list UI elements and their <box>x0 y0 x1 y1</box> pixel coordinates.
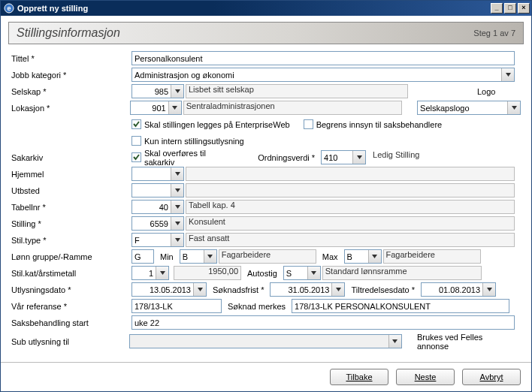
label-stilling: Stilling * <box>11 219 131 228</box>
selskap-name: Lisbet sitt selskap <box>186 84 408 98</box>
cb-sakarkiv[interactable]: Skal overføres til sakarkiv <box>131 149 238 167</box>
chevron-down-icon <box>156 267 168 279</box>
label-selskap: Selskap * <box>11 87 131 96</box>
soknadmerkes-input[interactable] <box>292 299 509 313</box>
label-saksbeh: Saksbehandling start <box>11 318 131 327</box>
utbsted-desc <box>186 183 515 198</box>
autostig-desc: Standard lønnsramme <box>322 266 482 280</box>
stilkat-select[interactable]: 1 <box>131 266 169 280</box>
jobbkategori-select[interactable]: Administrasjon og økonomi <box>131 68 515 82</box>
autostig-select[interactable]: S <box>283 266 321 280</box>
tiltredelsesdato-date[interactable]: 01.08.2013 <box>421 282 496 297</box>
stilkat-tall: 1950,00 <box>174 266 241 280</box>
label-varref: Vår referanse * <box>11 302 131 311</box>
saksbeh-input[interactable] <box>131 315 515 330</box>
maximize-button[interactable]: □ <box>504 3 516 14</box>
minimize-button[interactable]: _ <box>491 3 503 14</box>
window-title: Opprett ny stilling <box>17 4 491 13</box>
label-max: Max <box>316 252 344 261</box>
chevron-down-icon <box>171 184 183 197</box>
avbryt-button[interactable]: Avbryt <box>462 369 521 385</box>
ordningsverdi-desc: Ledig Stilling <box>370 150 521 164</box>
close-button[interactable]: × <box>518 3 530 14</box>
utlysningsdato-date[interactable]: 13.05.2013 <box>131 282 207 297</box>
stilling-select[interactable]: 6559 <box>131 216 184 231</box>
lonn-g-field[interactable]: G <box>131 249 154 264</box>
selskap-id-select[interactable]: 985 <box>131 84 184 98</box>
cb-enterpriseweb[interactable]: Skal stillingen legges på EnterpriseWeb <box>131 119 290 129</box>
soknadsfrist-date[interactable]: 31.05.2013 <box>270 282 345 297</box>
titlebar: e Opprett ny stilling _ □ × <box>1 1 531 16</box>
label-sakarkiv: Sakarkiv <box>11 153 131 162</box>
hjemmel-desc <box>186 167 515 181</box>
label-subut: Sub utlysning til <box>11 337 129 346</box>
tabellnr-select[interactable]: 40 <box>131 200 184 214</box>
lonn-min-desc: Fagarbeidere <box>219 249 316 264</box>
ordningsverdi-select[interactable]: 410 <box>321 150 366 164</box>
tittel-input[interactable] <box>131 51 515 65</box>
label-ordningsverdi: Ordningsverdi * <box>252 153 321 162</box>
svg-text:e: e <box>7 5 11 12</box>
subut-select[interactable] <box>129 334 402 348</box>
chevron-down-icon <box>352 151 365 164</box>
footer: Tilbake Neste Avbryt <box>1 362 531 391</box>
label-lonn: Lønn gruppe/-Ramme <box>11 252 131 261</box>
step-indicator: Steg 1 av 7 <box>473 29 515 38</box>
label-tiltredelsesdato: Tiltredelsesdato * <box>345 285 421 294</box>
app-icon: e <box>4 3 14 14</box>
label-utbsted: Utbsted <box>11 186 131 195</box>
label-lokasjon: Lokasjon * <box>11 104 130 113</box>
chevron-down-icon <box>507 101 520 114</box>
page-header: Stillingsinformasjon Steg 1 av 7 <box>8 22 524 44</box>
utbsted-select[interactable] <box>131 183 184 198</box>
label-utlysningsdato: Utlysningsdato * <box>11 285 131 294</box>
chevron-down-icon <box>482 283 495 296</box>
label-soknadsfrist: Søknadsfrist * <box>207 285 270 294</box>
stiltype-select[interactable]: F <box>131 233 184 247</box>
lonn-max-select[interactable]: B <box>344 249 382 264</box>
chevron-down-icon <box>171 201 183 213</box>
label-autostig: Autostig <box>241 269 283 278</box>
tilbake-button[interactable]: Tilbake <box>330 369 388 385</box>
label-soknadmerkes: Søknad merkes <box>222 302 292 311</box>
varref-input[interactable] <box>131 299 222 313</box>
checkbox-icon <box>304 119 313 129</box>
chevron-down-icon <box>171 85 183 98</box>
label-stilkat: Stil.kat/årstimetall <box>11 269 131 278</box>
checkbox-icon <box>131 119 141 129</box>
label-min: Min <box>154 252 180 261</box>
lonn-max-desc: Fagarbeidere <box>383 249 481 264</box>
chevron-down-icon <box>388 335 401 348</box>
chevron-down-icon <box>171 167 183 180</box>
cb-kunintern[interactable]: Kun intern stillingsutlysning <box>131 136 244 146</box>
neste-button[interactable]: Neste <box>396 369 455 385</box>
chevron-down-icon <box>171 217 183 230</box>
chevron-down-icon <box>501 68 514 81</box>
logo-select[interactable]: Selskapslogo <box>417 101 521 115</box>
lonn-min-select[interactable]: B <box>180 249 217 264</box>
checkbox-icon <box>131 152 141 162</box>
label-stiltype: Stil.type * <box>11 236 131 245</box>
chevron-down-icon <box>168 101 181 114</box>
form-area: Tittel * Jobb kategori * Administrasjon … <box>1 49 531 362</box>
hjemmel-select[interactable] <box>131 167 184 181</box>
cb-begrens[interactable]: Begrens innsyn til saksbehandlere <box>304 119 443 129</box>
label-logo: Logo <box>471 87 501 96</box>
label-jobbkategori: Jobb kategori * <box>11 71 131 80</box>
chevron-down-icon <box>368 250 381 263</box>
lokasjon-id-select[interactable]: 901 <box>130 101 182 115</box>
stilling-desc: Konsulent <box>186 216 515 231</box>
page-title: Stillingsinformasjon <box>17 26 473 40</box>
checkbox-icon <box>131 136 141 146</box>
label-tabellnr: Tabellnr * <box>11 203 131 212</box>
label-hjemmel: Hjemmel <box>11 170 131 179</box>
window: e Opprett ny stilling _ □ × Stillingsinf… <box>0 0 532 392</box>
chevron-down-icon <box>331 283 344 296</box>
chevron-down-icon <box>204 250 216 263</box>
chevron-down-icon <box>193 283 206 296</box>
tabellnr-desc: Tabell kap. 4 <box>186 200 515 214</box>
label-tittel: Tittel * <box>11 54 131 63</box>
lokasjon-name: Sentraladministrasjonen <box>183 101 403 115</box>
chevron-down-icon <box>171 234 183 246</box>
label-brukes: Brukes ved Felles annonse <box>411 333 521 351</box>
